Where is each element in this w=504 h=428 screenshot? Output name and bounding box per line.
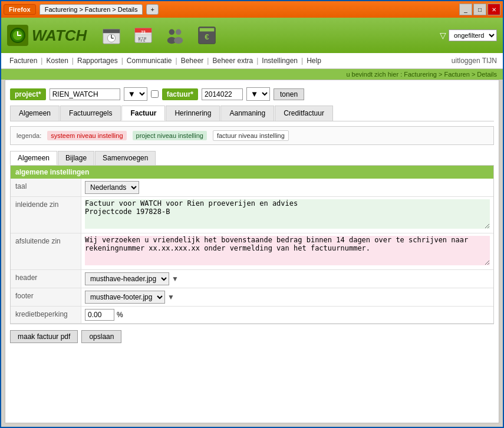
nav-beheer-extra[interactable]: Beheer extra	[210, 55, 255, 66]
settings-header: algemene instellingen	[11, 166, 493, 179]
nav-instellingen[interactable]: Instellingen	[259, 55, 300, 66]
browser-tab[interactable]: Facturering > Facturen > Details	[39, 4, 143, 15]
afsluitende-textarea[interactable]: Wij verzoeken u vriendelijk het bovensta…	[85, 236, 490, 265]
factuur-dropdown[interactable]: ▼	[246, 87, 270, 101]
svg-rect-18	[200, 28, 215, 32]
tab-inner-bijlage[interactable]: Bijlage	[58, 151, 94, 165]
svg-point-13	[169, 29, 174, 35]
main-content: project* ▼ factuur* ▼ tonen Algemeen Fac…	[5, 80, 499, 423]
krediet-input[interactable]	[85, 309, 114, 321]
footer-value: musthave-footer.jpg ▼	[81, 288, 493, 306]
settings-row-header: header musthave-header.jpg ▼	[11, 270, 493, 288]
krediet-value: %	[81, 307, 493, 323]
main-nav: Facturen | Kosten | Rapportages | Commun…	[1, 53, 503, 69]
settings-row-krediet: kredietbeperking %	[11, 307, 493, 324]
svg-text:T F S: T F S	[139, 39, 145, 42]
tab-title: Facturering > Facturen > Details	[45, 6, 138, 13]
tab-aanmaning[interactable]: Aanmaning	[220, 106, 274, 121]
breadcrumb-text: u bevindt zich hier : Facturering > Fact…	[346, 71, 497, 78]
nav-beheer[interactable]: Beheer	[179, 55, 206, 66]
tonen-button[interactable]: tonen	[274, 88, 304, 100]
header-file-select[interactable]: musthave-header.jpg	[85, 272, 169, 285]
tabs-inner: Algemeen Bijlage Samenvoegen	[10, 151, 494, 166]
settings-row-footer: footer musthave-footer.jpg ▼	[11, 288, 493, 307]
close-button[interactable]: ✕	[487, 4, 500, 15]
taal-label: taal	[11, 179, 81, 196]
krediet-label: kredietbeperking	[11, 307, 81, 323]
header-label: header	[11, 270, 81, 288]
factuur-input[interactable]	[202, 88, 243, 100]
legenda-project: project niveau instelling	[133, 131, 207, 140]
opslaan-button[interactable]: opslaan	[81, 330, 121, 343]
project-input[interactable]	[50, 88, 120, 100]
settings-panel: algemene instellingen taal Nederlands in…	[10, 166, 494, 324]
app-logo: WATCH	[7, 25, 87, 46]
euro-nav-icon[interactable]: €	[194, 22, 220, 48]
inleidende-value: Factuur voor WATCH voor Rien proeverijen…	[81, 197, 493, 233]
filter-select[interactable]: ongefilterd	[449, 29, 497, 41]
tab-creditfactuur[interactable]: Creditfactuur	[275, 106, 333, 121]
filter-area: ▽ ongefilterd	[440, 29, 497, 41]
settings-row-inleidende: inleidende zin Factuur voor WATCH voor R…	[11, 197, 493, 233]
settings-row-taal: taal Nederlands	[11, 179, 493, 197]
nav-help[interactable]: Help	[304, 55, 324, 66]
factuur-label: factuur*	[162, 88, 198, 100]
project-dropdown[interactable]: ▼	[124, 87, 147, 101]
svg-rect-3	[103, 29, 120, 34]
titlebar: Firefox Facturering > Facturen > Details…	[1, 1, 503, 18]
tab-inner-samenvoegen[interactable]: Samenvoegen	[95, 151, 156, 165]
new-tab-button[interactable]: +	[146, 4, 158, 15]
maximize-button[interactable]: □	[473, 4, 486, 15]
time-nav-icon[interactable]	[98, 22, 124, 48]
legenda-systeem: systeem niveau instelling	[47, 131, 126, 140]
header-select-row: musthave-header.jpg ▼	[85, 272, 490, 285]
svg-text:23: 23	[141, 30, 146, 34]
tab-factuurregels[interactable]: Factuurregels	[60, 106, 121, 121]
nav-communicatie[interactable]: Communicatie	[124, 55, 174, 66]
inleidende-textarea[interactable]: Factuur voor WATCH voor Rien proeverijen…	[85, 199, 490, 229]
breadcrumb: u bevindt zich hier : Facturering > Fact…	[1, 69, 503, 80]
window-controls: _ □ ✕	[459, 4, 500, 15]
maak-pdf-button[interactable]: maak factuur pdf	[10, 330, 78, 343]
app-nav-icons: 23 M T W T F S	[98, 22, 220, 48]
legenda-label: legenda:	[17, 132, 41, 139]
app-name: WATCH	[32, 27, 87, 45]
footer-dropdown-icon: ▼	[167, 293, 174, 301]
taal-value: Nederlands	[81, 179, 493, 196]
minimize-button[interactable]: _	[459, 4, 472, 15]
bottom-buttons: maak factuur pdf opslaan	[10, 330, 494, 343]
app-header: WATCH 23 M T W	[1, 18, 503, 53]
filter-icon: ▽	[440, 31, 446, 40]
svg-text:€: €	[205, 32, 210, 41]
afsluitende-label: afsluitende zin	[11, 233, 81, 269]
logo-icon	[7, 25, 28, 46]
inleidende-label: inleidende zin	[11, 197, 81, 233]
calendar-nav-icon[interactable]: 23 M T W T F S	[130, 22, 156, 48]
svg-point-16	[174, 37, 183, 44]
legenda-factuur: factuur niveau instelling	[213, 130, 289, 141]
svg-point-14	[176, 29, 181, 35]
krediet-suffix: %	[117, 311, 123, 319]
nav-rapportages[interactable]: Rapportages	[75, 55, 120, 66]
tabs-outer: Algemeen Factuurregels Factuur Herinneri…	[10, 106, 494, 121]
legenda-box: legenda: systeem niveau instelling proje…	[10, 126, 494, 145]
header-dropdown-icon: ▼	[172, 275, 179, 283]
taal-select[interactable]: Nederlands	[85, 181, 139, 194]
tab-inner-algemeen[interactable]: Algemeen	[10, 151, 57, 165]
selector-row: project* ▼ factuur* ▼ tonen	[10, 85, 494, 106]
watch-icon-svg	[9, 27, 26, 44]
footer-label: footer	[11, 288, 81, 306]
nav-kosten[interactable]: Kosten	[44, 55, 70, 66]
nav-facturen[interactable]: Facturen	[7, 55, 39, 66]
tab-factuur[interactable]: Factuur	[121, 106, 165, 121]
browser-logo: Firefox	[4, 4, 36, 15]
tab-algemeen[interactable]: Algemeen	[10, 106, 60, 121]
footer-file-select[interactable]: musthave-footer.jpg	[85, 291, 165, 304]
logout-link[interactable]: uitloggen TIJN	[452, 57, 497, 65]
footer-select-row: musthave-footer.jpg ▼	[85, 291, 490, 304]
project-label: project*	[10, 88, 46, 100]
people-nav-icon[interactable]	[162, 22, 188, 48]
tab-herinnering[interactable]: Herinnering	[166, 106, 220, 121]
header-value: musthave-header.jpg ▼	[81, 270, 493, 288]
factuur-checkbox[interactable]	[151, 90, 159, 98]
